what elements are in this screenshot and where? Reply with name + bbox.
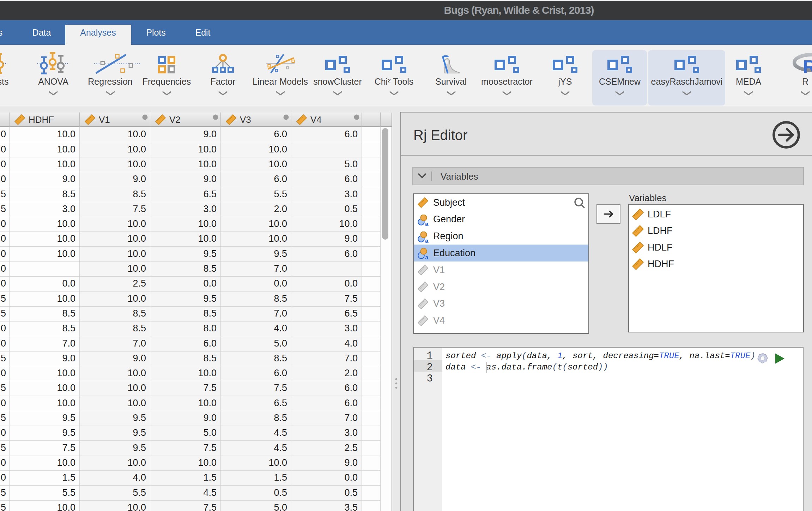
svg-text:a: a: [425, 220, 429, 226]
svg-text:R: R: [803, 56, 812, 76]
svg-text:a: a: [425, 254, 429, 260]
svg-text:a: a: [425, 237, 429, 243]
